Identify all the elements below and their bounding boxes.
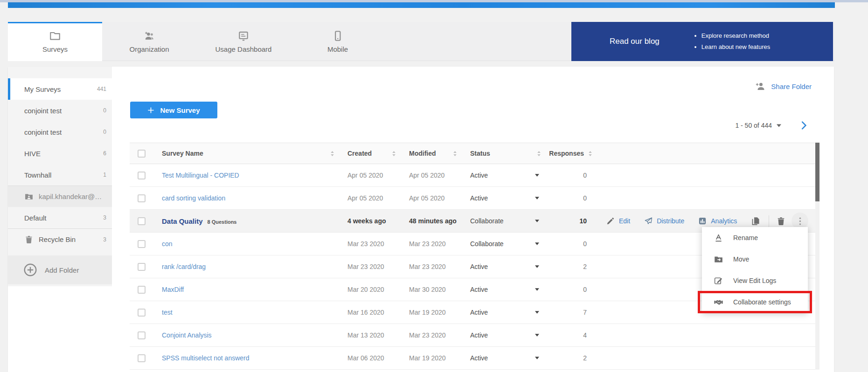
new-survey-label: New Survey [160,106,200,114]
row-checkbox-cell [130,331,162,339]
sort-icon[interactable] [330,151,334,157]
add-folder-label: Add Folder [45,266,79,274]
status-caret-icon[interactable] [535,174,539,177]
menu-item-icon [714,255,723,264]
status-caret-icon[interactable] [535,265,539,268]
delete-button[interactable] [776,216,786,226]
tab-icon [237,30,250,42]
sort-icon[interactable] [453,151,457,157]
status-dropdown[interactable]: Active [461,324,545,346]
status-dropdown[interactable]: Active [461,164,545,186]
blog-banner-bullet: Explore research method [701,30,770,41]
status-dropdown[interactable]: Collaborate [461,210,545,232]
status-dropdown[interactable]: Active [461,278,545,301]
column-header-responses[interactable]: Responses [545,143,596,164]
row-checkbox[interactable] [138,286,146,294]
distribute-button[interactable]: Distribute [644,217,684,225]
folder-label: conjoint test [24,128,99,136]
sidebar-folder-item[interactable]: Default 3 [8,207,112,228]
blog-banner-title[interactable]: Read our blog [610,37,660,46]
sort-icon[interactable] [537,151,541,157]
row-checkbox-cell [130,172,162,179]
sidebar-folder-item[interactable]: conjoint test 0 [8,100,112,121]
survey-name-link[interactable]: Data Quality [162,217,203,225]
sidebar-folder-item[interactable]: conjoint test 0 [8,121,112,143]
column-header-status[interactable]: Status [461,143,545,164]
created-cell: Mar 20 2020 [338,286,400,293]
folder-label: kapil.khandekar@que... [39,193,103,200]
context-menu: Rename Move View Edit Logs Collaborate s… [702,227,808,313]
blog-banner-bullets: Explore research methodLearn about new f… [693,30,770,53]
status-caret-icon[interactable] [535,242,539,245]
sort-icon[interactable] [588,151,592,157]
pagination-caret-icon[interactable] [777,124,781,127]
sort-icon[interactable] [392,151,396,157]
survey-name-link[interactable]: MaxDiff [162,286,184,293]
status-dropdown[interactable]: Active [461,255,545,278]
context-menu-item[interactable]: Move [702,248,808,270]
status-caret-icon[interactable] [535,357,539,359]
survey-name-link[interactable]: SPSS multiselect not answerd [162,354,250,362]
blog-banner[interactable]: Read our blog Explore research methodLea… [571,22,833,61]
status-caret-icon[interactable] [535,311,539,314]
next-page-button[interactable] [801,121,807,130]
status-caret-icon[interactable] [535,197,539,200]
row-checkbox[interactable] [138,263,146,271]
status-dropdown[interactable]: Active [461,187,545,209]
analytics-button[interactable]: Analytics [698,217,737,225]
row-checkbox[interactable] [138,309,146,317]
context-menu-item[interactable]: Rename [702,227,808,248]
tab-label: Usage Dashboard [215,45,272,53]
survey-name-link[interactable]: test [162,309,173,316]
status-dropdown[interactable]: Active [461,347,545,369]
sidebar-folder-item[interactable]: Recycle Bin 3 [8,228,112,250]
nav-tab[interactable]: Organization [102,22,196,61]
row-checkbox-cell [130,240,162,248]
status-caret-icon[interactable] [535,220,539,222]
select-all-checkbox[interactable] [138,150,146,158]
sidebar-folder-item[interactable]: My Surveys 441 [8,78,112,100]
row-checkbox[interactable] [138,172,146,179]
table-scrollbar-thumb[interactable] [815,143,819,201]
context-menu-item[interactable]: View Edit Logs [702,270,808,291]
folder-count: 1 [103,172,106,178]
survey-name-cell: MaxDiff [162,286,338,293]
survey-name-link[interactable]: Conjoint Analysis [162,331,212,339]
add-folder-button[interactable]: Add Folder [8,255,112,284]
context-menu-item[interactable]: Collaborate settings [702,291,808,313]
status-dropdown[interactable]: Active [461,301,545,324]
nav-tab[interactable]: Usage Dashboard [196,22,291,61]
nav-tab[interactable]: Mobile [291,22,385,61]
sidebar-folder-item[interactable]: Townhall 1 [8,164,112,186]
row-checkbox[interactable] [138,354,146,362]
survey-name-link[interactable]: con [162,240,173,248]
table-row: Test Multilingual - COPIED Apr 05 2020 A… [130,164,819,187]
nav-tab[interactable]: Surveys [8,22,102,61]
status-dropdown[interactable]: Collaborate [461,233,545,255]
sidebar-folder-item[interactable]: kapil.khandekar@que... [8,186,112,207]
survey-name-link[interactable]: card sorting validation [162,194,225,202]
row-checkbox[interactable] [138,194,146,202]
row-checkbox[interactable] [138,331,146,339]
status-caret-icon[interactable] [535,334,539,337]
survey-name-link[interactable]: Test Multilingual - COPIED [162,172,239,179]
copy-button[interactable] [751,216,761,226]
survey-name-link[interactable]: rank /card/drag [162,263,206,270]
row-checkbox-cell [130,217,162,225]
menu-item-label: Collaborate settings [733,298,791,306]
sidebar-folder-item[interactable]: HIVE 6 [8,143,112,164]
responses-cell: 0 [545,286,596,293]
new-survey-button[interactable]: New Survey [130,102,217,118]
share-folder-button[interactable]: Share Folder [755,81,812,92]
status-label: Collaborate [470,240,504,248]
row-checkbox[interactable] [138,240,146,248]
status-caret-icon[interactable] [535,288,539,291]
row-checkbox[interactable] [138,217,146,225]
survey-name-cell: test [162,309,338,316]
column-header-modified[interactable]: Modified [400,143,461,164]
actions-divider [769,215,769,227]
edit-button[interactable]: Edit [606,217,630,225]
column-header-survey-name[interactable]: Survey Name [162,143,338,164]
column-header-created[interactable]: Created [338,143,400,164]
modified-cell: 48 minutes ago [400,217,461,225]
